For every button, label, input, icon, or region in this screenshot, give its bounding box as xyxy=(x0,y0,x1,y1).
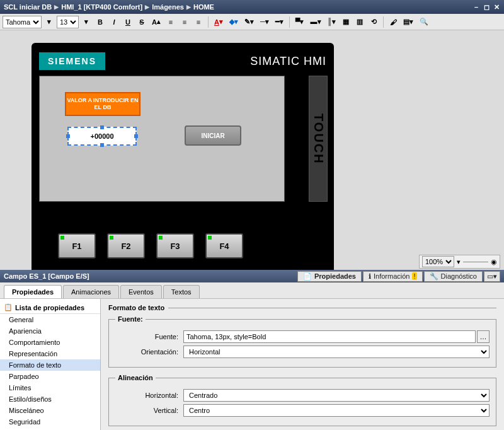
horizontal-select[interactable]: Centrado xyxy=(183,389,490,402)
tree-node-formato-de-texto[interactable]: Formato de texto xyxy=(0,359,100,371)
tree-node-miscel-neo[interactable]: Misceláneo xyxy=(0,405,100,416)
fuente-group: Fuente: Fuente: … Orientación: Horizonta… xyxy=(108,315,496,368)
horizontal-label: Horizontal: xyxy=(115,392,178,399)
zoom-handle-icon[interactable]: ◉ xyxy=(491,258,497,266)
zoom-dropdown-icon[interactable]: ▾ xyxy=(457,258,461,266)
simatic-hmi-label: SIMATIC HMI xyxy=(250,55,326,68)
selected-object-name: Campo ES_1 [Campo E/S] xyxy=(4,272,89,280)
line-style-button[interactable]: ─▾ xyxy=(258,16,272,28)
tree-node-representaci-n[interactable]: Representación xyxy=(0,348,100,359)
divider xyxy=(383,16,384,28)
divider xyxy=(463,262,488,262)
tree-node-seguridad[interactable]: Seguridad xyxy=(0,416,100,427)
bold-button[interactable]: B xyxy=(94,16,106,28)
distribute-button[interactable]: ║▾ xyxy=(325,16,339,28)
increase-font-button[interactable]: A▴ xyxy=(149,16,163,28)
fuente-legend: Fuente: xyxy=(115,315,146,323)
list-icon: 📋 xyxy=(4,303,13,311)
rotate-button[interactable]: ⟲ xyxy=(367,16,380,28)
resize-handle[interactable] xyxy=(100,143,104,147)
property-form: Formato de texto Fuente: Fuente: … Orien… xyxy=(101,299,504,430)
label-valor-introducir[interactable]: VALOR A INTRODUCIR EN EL DB xyxy=(65,92,140,116)
function-key-f2[interactable]: F2 xyxy=(107,233,145,259)
tab-eventos[interactable]: Eventos xyxy=(120,285,162,298)
strikethrough-button[interactable]: S xyxy=(135,16,148,28)
tab-propiedades-sub[interactable]: Propiedades xyxy=(4,285,62,298)
hmi-device-frame: SIEMENS SIMATIC HMI VALOR A INTRODUCIR E… xyxy=(32,43,334,270)
chevron-right-icon: ▶ xyxy=(54,4,59,10)
tree-node-comportamiento[interactable]: Comportamiento xyxy=(0,337,100,348)
align-right-button[interactable]: ≡ xyxy=(192,16,205,28)
orientacion-select[interactable]: Horizontal xyxy=(183,346,490,358)
minimize-button[interactable]: – xyxy=(472,3,480,11)
tree-node-parpadeo[interactable]: Parpadeo xyxy=(0,371,100,382)
property-tree-header: 📋 Lista de propiedades xyxy=(0,301,100,314)
breadcrumb-item[interactable]: SCL iniciar DB xyxy=(4,3,52,11)
maximize-button[interactable]: ◻ xyxy=(483,3,490,11)
breadcrumb-item[interactable]: HMI_1 [KTP400 Comfort] xyxy=(61,3,142,11)
resize-handle[interactable] xyxy=(66,134,70,138)
tree-node-apariencia[interactable]: Apariencia xyxy=(0,325,100,337)
fill-color-button[interactable]: ◆▾ xyxy=(227,16,241,28)
function-key-f3[interactable]: F3 xyxy=(156,233,194,259)
vertical-select[interactable]: Centro xyxy=(183,404,490,417)
font-family-select[interactable]: Tahoma xyxy=(3,16,42,28)
divider xyxy=(289,16,290,28)
io-field-campo-es-1[interactable]: +00000 xyxy=(67,127,137,146)
line-weight-button[interactable]: ━▾ xyxy=(273,16,286,28)
font-color-button[interactable]: A▾ xyxy=(212,16,226,28)
chevron-right-icon: ▶ xyxy=(145,4,149,10)
brush-button[interactable]: 🖌 xyxy=(387,16,399,28)
zoom-control: 100% ▾ ◉ xyxy=(419,255,500,269)
align-top-button[interactable]: ▀▾ xyxy=(293,16,307,28)
resize-handle[interactable] xyxy=(134,134,138,138)
touch-bezel-label: TOUCH xyxy=(309,76,328,202)
property-tabs: Propiedades Animaciones Eventos Textos xyxy=(0,282,504,299)
tab-animaciones[interactable]: Animaciones xyxy=(63,285,119,298)
vertical-label: Vertical: xyxy=(115,407,178,414)
tab-propiedades[interactable]: 📄 Propiedades xyxy=(297,271,362,282)
zoom-select[interactable]: 100% xyxy=(422,256,454,267)
zoom-button[interactable]: 🔍 xyxy=(417,16,431,28)
alineacion-legend: Alineación xyxy=(115,374,156,381)
siemens-logo: SIEMENS xyxy=(39,52,105,70)
font-size-select[interactable]: 13 xyxy=(57,16,79,28)
size-dropdown-icon[interactable]: ▾ xyxy=(80,16,93,28)
fuente-browse-button[interactable]: … xyxy=(477,330,490,343)
tab-informacion[interactable]: ℹ Información ! xyxy=(363,271,423,282)
hmi-screen[interactable]: VALOR A INTRODUCIR EN EL DB +00000 INICI… xyxy=(39,76,285,202)
function-key-f1[interactable]: F1 xyxy=(58,233,96,259)
align-center-button[interactable]: ≡ xyxy=(178,16,191,28)
align-left-button[interactable]: ≡ xyxy=(164,16,177,28)
group-button[interactable]: ▦ xyxy=(340,16,352,28)
breadcrumb-item[interactable]: HOME xyxy=(193,3,214,11)
io-field-value: +00000 xyxy=(90,132,113,140)
tab-textos[interactable]: Textos xyxy=(163,285,200,298)
ungroup-button[interactable]: ▥ xyxy=(353,16,366,28)
tree-node-l-mites[interactable]: Límites xyxy=(0,382,100,393)
resize-handle[interactable] xyxy=(100,125,104,129)
form-section-title: Formato de texto xyxy=(108,304,164,311)
format-toolbar: Tahoma ▾ 13 ▾ B I U S A▴ ≡ ≡ ≡ A▾ ◆▾ ✎▾ … xyxy=(0,14,504,30)
italic-button[interactable]: I xyxy=(108,16,120,28)
font-dropdown-icon[interactable]: ▾ xyxy=(43,16,55,28)
align-middle-button[interactable]: ▬▾ xyxy=(308,16,324,28)
iniciar-button[interactable]: INICIAR xyxy=(185,125,241,146)
fuente-field[interactable] xyxy=(183,330,476,343)
tree-node-general[interactable]: General xyxy=(0,314,100,325)
underline-button[interactable]: U xyxy=(122,16,134,28)
fuente-label: Fuente: xyxy=(115,333,178,340)
tree-node-estilo-dise-os[interactable]: Estilo/diseños xyxy=(0,393,100,405)
property-tree: 📋 Lista de propiedades GeneralApariencia… xyxy=(0,299,101,430)
panel-collapse-button[interactable]: ▭▾ xyxy=(484,271,500,282)
orientacion-label: Orientación: xyxy=(115,348,178,356)
border-color-button[interactable]: ✎▾ xyxy=(242,16,256,28)
close-button[interactable]: ✕ xyxy=(493,3,500,11)
function-key-f4[interactable]: F4 xyxy=(205,233,243,259)
breadcrumb-item[interactable]: Imágenes xyxy=(152,3,184,11)
layers-button[interactable]: ▤▾ xyxy=(401,16,416,28)
divider xyxy=(208,16,209,28)
tab-diagnostico[interactable]: 🔧 Diagnóstico xyxy=(424,271,483,282)
hmi-editor-canvas[interactable]: SIEMENS SIMATIC HMI VALOR A INTRODUCIR E… xyxy=(0,30,504,270)
alineacion-group: Alineación Horizontal: Centrado Vertical… xyxy=(108,374,496,426)
